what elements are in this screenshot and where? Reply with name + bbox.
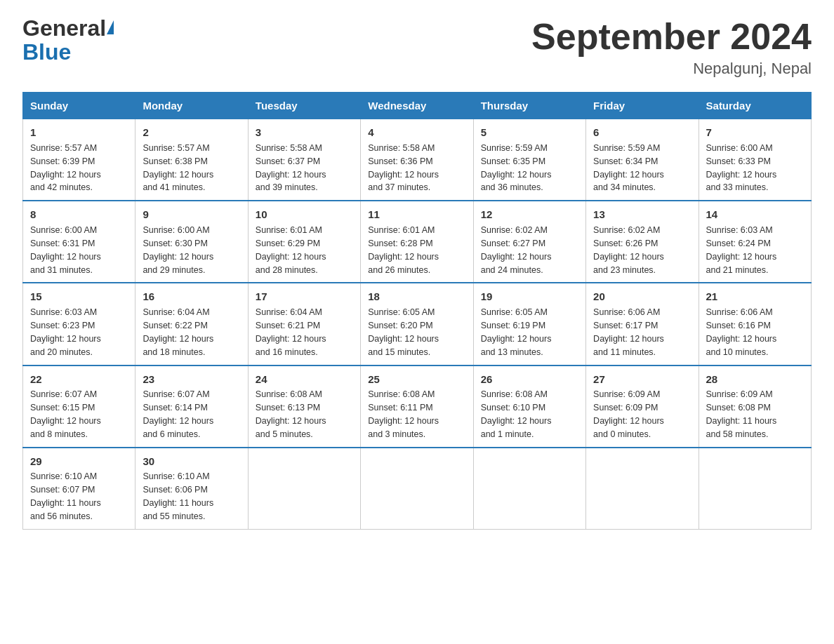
day-number: 14: [706, 207, 804, 222]
calendar-cell: 24Sunrise: 6:08 AMSunset: 6:13 PMDayligh…: [248, 365, 360, 448]
calendar-cell: 25Sunrise: 6:08 AMSunset: 6:11 PMDayligh…: [361, 365, 473, 448]
day-number: 1: [30, 125, 128, 140]
day-number: 25: [368, 372, 465, 387]
day-info: Sunrise: 6:07 AMSunset: 6:15 PMDaylight:…: [30, 389, 101, 439]
day-number: 4: [368, 125, 465, 140]
month-year-title: September 2024: [531, 17, 812, 57]
calendar-cell: 5Sunrise: 5:59 AMSunset: 6:35 PMDaylight…: [473, 119, 585, 201]
calendar-cell: 4Sunrise: 5:58 AMSunset: 6:36 PMDaylight…: [361, 119, 473, 201]
day-number: 5: [481, 125, 578, 140]
day-number: 10: [256, 207, 353, 222]
day-number: 28: [706, 372, 804, 387]
col-wednesday: Wednesday: [361, 93, 473, 119]
calendar-cell: 16Sunrise: 6:04 AMSunset: 6:22 PMDayligh…: [135, 283, 248, 365]
calendar-cell: 12Sunrise: 6:02 AMSunset: 6:27 PMDayligh…: [473, 201, 585, 283]
calendar-cell: [586, 448, 699, 530]
logo-area: General Blue: [22, 17, 115, 63]
calendar-table: Sunday Monday Tuesday Wednesday Thursday…: [22, 92, 812, 530]
day-info: Sunrise: 6:05 AMSunset: 6:20 PMDaylight:…: [368, 307, 439, 357]
day-info: Sunrise: 6:08 AMSunset: 6:11 PMDaylight:…: [368, 389, 439, 439]
day-number: 21: [706, 289, 804, 304]
day-number: 13: [593, 207, 691, 222]
day-info: Sunrise: 5:57 AMSunset: 6:39 PMDaylight:…: [30, 143, 101, 193]
day-info: Sunrise: 6:04 AMSunset: 6:21 PMDaylight:…: [256, 307, 326, 357]
day-info: Sunrise: 5:58 AMSunset: 6:36 PMDaylight:…: [368, 143, 439, 193]
calendar-cell: 19Sunrise: 6:05 AMSunset: 6:19 PMDayligh…: [473, 283, 585, 365]
day-number: 22: [30, 372, 128, 387]
day-number: 2: [143, 125, 240, 140]
calendar-cell: 3Sunrise: 5:58 AMSunset: 6:37 PMDaylight…: [248, 119, 360, 201]
day-number: 19: [481, 289, 578, 304]
calendar-cell: 30Sunrise: 6:10 AMSunset: 6:06 PMDayligh…: [135, 448, 248, 530]
logo-triangle-icon: [107, 20, 114, 34]
day-number: 12: [481, 207, 578, 222]
day-number: 6: [593, 125, 691, 140]
day-info: Sunrise: 6:09 AMSunset: 6:08 PMDaylight:…: [706, 389, 777, 439]
day-info: Sunrise: 6:02 AMSunset: 6:27 PMDaylight:…: [481, 225, 552, 275]
calendar-cell: 23Sunrise: 6:07 AMSunset: 6:14 PMDayligh…: [135, 365, 248, 448]
day-info: Sunrise: 6:03 AMSunset: 6:24 PMDaylight:…: [706, 225, 777, 275]
day-info: Sunrise: 5:57 AMSunset: 6:38 PMDaylight:…: [143, 143, 213, 193]
logo-general: General: [22, 15, 106, 41]
day-info: Sunrise: 5:59 AMSunset: 6:34 PMDaylight:…: [593, 143, 664, 193]
day-number: 3: [256, 125, 353, 140]
day-number: 20: [593, 289, 691, 304]
calendar-cell: 10Sunrise: 6:01 AMSunset: 6:29 PMDayligh…: [248, 201, 360, 283]
day-info: Sunrise: 6:10 AMSunset: 6:06 PMDaylight:…: [143, 471, 213, 521]
day-info: Sunrise: 6:06 AMSunset: 6:17 PMDaylight:…: [593, 307, 664, 357]
day-info: Sunrise: 6:03 AMSunset: 6:23 PMDaylight:…: [30, 307, 101, 357]
col-sunday: Sunday: [23, 93, 135, 119]
day-info: Sunrise: 6:00 AMSunset: 6:31 PMDaylight:…: [30, 225, 101, 275]
col-saturday: Saturday: [699, 93, 811, 119]
calendar-cell: [699, 448, 811, 530]
day-info: Sunrise: 6:00 AMSunset: 6:30 PMDaylight:…: [143, 225, 213, 275]
calendar-cell: 18Sunrise: 6:05 AMSunset: 6:20 PMDayligh…: [361, 283, 473, 365]
calendar-cell: [248, 448, 360, 530]
day-number: 30: [143, 454, 240, 469]
calendar-cell: 22Sunrise: 6:07 AMSunset: 6:15 PMDayligh…: [23, 365, 135, 448]
day-number: 9: [143, 207, 240, 222]
title-area: September 2024 Nepalgunj, Nepal: [531, 17, 812, 78]
calendar-cell: 29Sunrise: 6:10 AMSunset: 6:07 PMDayligh…: [23, 448, 135, 530]
day-number: 17: [256, 289, 353, 304]
day-number: 23: [143, 372, 240, 387]
calendar-cell: 14Sunrise: 6:03 AMSunset: 6:24 PMDayligh…: [699, 201, 811, 283]
day-number: 7: [706, 125, 804, 140]
day-number: 11: [368, 207, 465, 222]
calendar-cell: 28Sunrise: 6:09 AMSunset: 6:08 PMDayligh…: [699, 365, 811, 448]
location-label: Nepalgunj, Nepal: [531, 60, 812, 78]
calendar-cell: [361, 448, 473, 530]
calendar-cell: 20Sunrise: 6:06 AMSunset: 6:17 PMDayligh…: [586, 283, 699, 365]
day-number: 16: [143, 289, 240, 304]
calendar-cell: 6Sunrise: 5:59 AMSunset: 6:34 PMDaylight…: [586, 119, 699, 201]
day-info: Sunrise: 6:05 AMSunset: 6:19 PMDaylight:…: [481, 307, 552, 357]
day-number: 15: [30, 289, 128, 304]
day-number: 18: [368, 289, 465, 304]
day-info: Sunrise: 6:01 AMSunset: 6:29 PMDaylight:…: [256, 225, 326, 275]
week-row-5: 29Sunrise: 6:10 AMSunset: 6:07 PMDayligh…: [23, 448, 812, 530]
logo-blue: Blue: [22, 41, 115, 63]
week-row-2: 8Sunrise: 6:00 AMSunset: 6:31 PMDaylight…: [23, 201, 812, 283]
day-number: 29: [30, 454, 128, 469]
calendar-cell: 21Sunrise: 6:06 AMSunset: 6:16 PMDayligh…: [699, 283, 811, 365]
calendar-cell: 7Sunrise: 6:00 AMSunset: 6:33 PMDaylight…: [699, 119, 811, 201]
day-info: Sunrise: 6:07 AMSunset: 6:14 PMDaylight:…: [143, 389, 213, 439]
day-info: Sunrise: 6:01 AMSunset: 6:28 PMDaylight:…: [368, 225, 439, 275]
day-info: Sunrise: 5:58 AMSunset: 6:37 PMDaylight:…: [256, 143, 326, 193]
day-info: Sunrise: 6:06 AMSunset: 6:16 PMDaylight:…: [706, 307, 777, 357]
calendar-cell: 17Sunrise: 6:04 AMSunset: 6:21 PMDayligh…: [248, 283, 360, 365]
calendar-cell: [473, 448, 585, 530]
header-row: Sunday Monday Tuesday Wednesday Thursday…: [23, 93, 812, 119]
calendar-cell: 8Sunrise: 6:00 AMSunset: 6:31 PMDaylight…: [23, 201, 135, 283]
calendar-cell: 11Sunrise: 6:01 AMSunset: 6:28 PMDayligh…: [361, 201, 473, 283]
page-header: General Blue September 2024 Nepalgunj, N…: [22, 17, 812, 78]
calendar-cell: 27Sunrise: 6:09 AMSunset: 6:09 PMDayligh…: [586, 365, 699, 448]
day-info: Sunrise: 6:08 AMSunset: 6:10 PMDaylight:…: [481, 389, 552, 439]
calendar-cell: 2Sunrise: 5:57 AMSunset: 6:38 PMDaylight…: [135, 119, 248, 201]
col-monday: Monday: [135, 93, 248, 119]
week-row-3: 15Sunrise: 6:03 AMSunset: 6:23 PMDayligh…: [23, 283, 812, 365]
day-info: Sunrise: 6:02 AMSunset: 6:26 PMDaylight:…: [593, 225, 664, 275]
day-info: Sunrise: 6:00 AMSunset: 6:33 PMDaylight:…: [706, 143, 777, 193]
calendar-cell: 1Sunrise: 5:57 AMSunset: 6:39 PMDaylight…: [23, 119, 135, 201]
calendar-cell: 15Sunrise: 6:03 AMSunset: 6:23 PMDayligh…: [23, 283, 135, 365]
